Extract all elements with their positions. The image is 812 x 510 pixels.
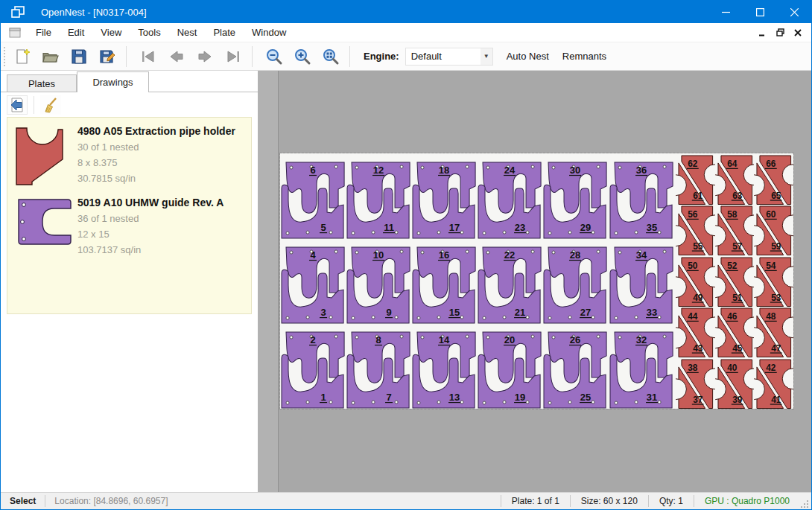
status-size: Size: 60 x 120 (571, 493, 648, 509)
part-number: 1 (320, 392, 326, 403)
nest-part-pair-purple[interactable]: 87 (346, 324, 412, 409)
tab-strip: Plates Drawings (1, 71, 258, 92)
nest-part-pair-purple[interactable]: 1817 (412, 154, 478, 239)
nest-part-pair-purple[interactable]: 3433 (609, 239, 675, 324)
last-plate-button[interactable] (221, 45, 246, 68)
part-number: 65 (771, 190, 781, 200)
chevron-down-icon[interactable]: ▼ (480, 48, 492, 65)
status-location: Location: [84.8696, 60.6957] (45, 496, 177, 506)
maximize-button[interactable] (743, 1, 777, 23)
part-number: 55 (693, 241, 703, 252)
previous-plate-button[interactable] (164, 45, 189, 68)
clear-drawings-button[interactable] (40, 95, 61, 115)
mdi-minimize-button[interactable] (753, 25, 771, 40)
mdi-close-button[interactable] (789, 25, 807, 40)
nest-part-pair-red[interactable]: 5655 (676, 205, 715, 256)
nest-part-pair-red[interactable]: 4241 (754, 358, 793, 409)
part-number: 2 (310, 334, 315, 345)
resize-grip[interactable] (800, 500, 809, 509)
menu-window[interactable]: Window (244, 23, 294, 42)
plate[interactable]: 6512111817242330293635431091615222128273… (280, 153, 793, 409)
mdi-document-icon[interactable] (9, 28, 21, 38)
tab-plates[interactable]: Plates (7, 74, 77, 92)
part-number: 25 (580, 392, 591, 403)
app-window: OpenNest - [N0317-004] File Edit View To… (0, 0, 812, 510)
nest-part-pair-purple[interactable]: 1211 (346, 154, 412, 239)
nest-part-pair-purple[interactable]: 2423 (478, 154, 543, 239)
nest-part-pair-purple[interactable]: 2019 (478, 324, 543, 409)
nest-part-pair-red[interactable]: 3837 (676, 358, 715, 409)
nest-part-pair-red[interactable]: 6059 (754, 205, 793, 256)
part-number: 37 (693, 394, 703, 404)
status-qty: Qty: 1 (649, 493, 694, 509)
window-title: OpenNest - [N0317-004] (41, 7, 147, 18)
first-plate-button[interactable] (136, 45, 161, 68)
nest-part-pair-red[interactable]: 4847 (754, 307, 793, 358)
nest-part-pair-red[interactable]: 6463 (715, 154, 755, 205)
nest-part-pair-purple[interactable]: 1615 (412, 239, 478, 324)
save-button[interactable] (66, 45, 92, 68)
engine-combobox[interactable]: Default ▼ (405, 48, 493, 66)
menu-file[interactable]: File (28, 23, 60, 42)
remnants-button[interactable]: Remnants (562, 51, 606, 62)
drawing-entry-purple[interactable]: 5019 A10 UHMW guide Rev. A 36 of 1 neste… (15, 194, 251, 255)
part-number: 18 (439, 165, 449, 176)
menu-nest[interactable]: Nest (169, 23, 206, 42)
nest-part-pair-purple[interactable]: 65 (281, 154, 346, 239)
nest-part-pair-purple[interactable]: 2625 (543, 324, 609, 409)
nest-part-pair-red[interactable]: 5049 (676, 256, 715, 307)
nest-part-pair-purple[interactable]: 3231 (609, 324, 675, 409)
mdi-restore-button[interactable] (771, 25, 789, 40)
close-button[interactable] (777, 1, 811, 23)
import-drawing-button[interactable] (7, 95, 28, 115)
part-number: 49 (693, 292, 703, 302)
nest-part-pair-purple[interactable]: 43 (281, 239, 346, 324)
nest-part-pair-red[interactable]: 5251 (715, 256, 755, 307)
part-number: 62 (688, 158, 698, 168)
toolbar-grip[interactable] (4, 47, 7, 66)
status-plate: Plate: 1 of 1 (501, 493, 570, 509)
next-plate-button[interactable] (192, 45, 218, 68)
part-number: 20 (504, 334, 515, 345)
part-number: 3 (320, 307, 326, 318)
new-button[interactable] (10, 45, 35, 68)
nest-part-pair-purple[interactable]: 2221 (478, 239, 543, 324)
nest-part-pair-red[interactable]: 4039 (715, 358, 755, 409)
part-number: 50 (688, 260, 698, 270)
part-number: 46 (727, 311, 738, 322)
menu-view[interactable]: View (92, 23, 130, 42)
nest-part-pair-red[interactable]: 4443 (676, 307, 715, 358)
left-panel: Plates Drawings (1, 71, 258, 492)
part-number: 63 (732, 190, 743, 200)
auto-nest-button[interactable]: Auto Nest (507, 51, 549, 62)
menu-plate[interactable]: Plate (205, 23, 244, 42)
minimize-button[interactable] (708, 1, 743, 23)
zoom-fit-button[interactable] (318, 45, 343, 68)
zoom-out-button[interactable] (261, 45, 287, 68)
menu-tools[interactable]: Tools (130, 23, 168, 42)
part-number: 19 (515, 392, 525, 403)
part-number: 7 (387, 392, 392, 403)
status-gpu: GPU : Quadro P1000 (694, 493, 800, 509)
nest-part-pair-red[interactable]: 6665 (754, 154, 793, 205)
nest-part-pair-purple[interactable]: 109 (346, 239, 412, 324)
nest-part-pair-red[interactable]: 4645 (715, 307, 755, 358)
zoom-in-button[interactable] (290, 45, 315, 68)
nest-part-pair-purple[interactable]: 3029 (543, 154, 609, 239)
nest-part-pair-purple[interactable]: 3635 (609, 154, 675, 239)
nest-part-pair-red[interactable]: 6261 (676, 154, 715, 205)
drawing-area: 30.7815 sq/in (77, 173, 235, 184)
nest-canvas[interactable]: 6512111817242330293635431091615222128273… (258, 71, 811, 492)
save-as-button[interactable] (95, 45, 120, 68)
part-number: 12 (373, 165, 384, 176)
nest-part-pair-purple[interactable]: 21 (281, 324, 346, 409)
nest-part-pair-red[interactable]: 5857 (715, 205, 755, 256)
nest-part-pair-purple[interactable]: 1413 (412, 324, 478, 409)
nest-part-pair-red[interactable]: 5453 (754, 256, 793, 307)
nest-part-pair-purple[interactable]: 2827 (543, 239, 609, 324)
menu-edit[interactable]: Edit (60, 23, 92, 42)
drawing-entry-red[interactable]: 4980 A05 Extraction pipe holder 30 of 1 … (15, 122, 251, 189)
tab-drawings[interactable]: Drawings (77, 71, 149, 92)
part-number: 35 (646, 222, 656, 233)
open-button[interactable] (38, 45, 63, 68)
